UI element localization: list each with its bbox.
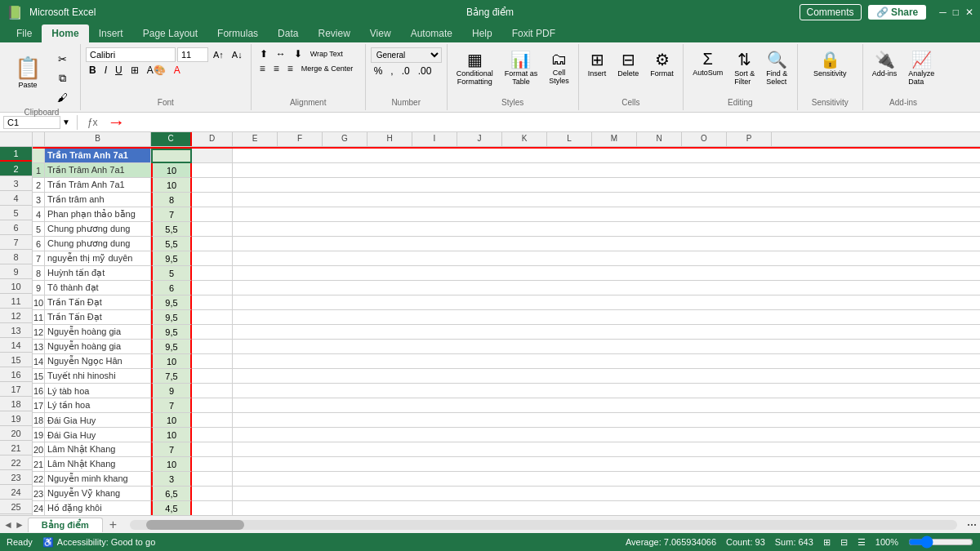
- cell-c-21[interactable]: 10: [151, 413, 192, 428]
- cell-b-17[interactable]: Nguyễn Ngọc Hân: [45, 354, 151, 369]
- col-header-k[interactable]: K: [502, 132, 547, 146]
- cell-b-12[interactable]: Tô thành đạt: [45, 281, 151, 295]
- cell-d-13[interactable]: [192, 295, 233, 310]
- cell-a-16[interactable]: 13: [33, 340, 45, 354]
- tab-automate[interactable]: Automate: [401, 24, 462, 42]
- cell-a-26[interactable]: 23: [33, 487, 45, 501]
- cell-c-12[interactable]: 6: [151, 281, 192, 295]
- row-header-19[interactable]: 19: [0, 411, 32, 426]
- row-header-7[interactable]: 7: [0, 235, 32, 250]
- page-break-view-icon[interactable]: ☰: [858, 537, 866, 548]
- cell-c-16[interactable]: 9,5: [151, 340, 192, 354]
- cell-c-14[interactable]: 9,5: [151, 310, 192, 325]
- decrease-decimal-button[interactable]: .00: [415, 64, 435, 78]
- cell-a-24[interactable]: 21: [33, 457, 45, 472]
- share-button[interactable]: 🔗 Share: [868, 5, 927, 20]
- cell-a-5[interactable]: 2: [33, 178, 45, 193]
- cell-d-9[interactable]: [192, 237, 233, 251]
- align-top-button[interactable]: ⬆: [256, 47, 271, 60]
- tab-formulas[interactable]: Formulas: [207, 24, 268, 42]
- delete-button[interactable]: ⊟ Delete: [613, 47, 643, 80]
- row-header-21[interactable]: 21: [0, 441, 32, 455]
- cell-d-7[interactable]: [192, 207, 233, 222]
- cell-c-9[interactable]: 5,5: [151, 237, 192, 251]
- cell-a-18[interactable]: 15: [33, 369, 45, 384]
- cell-a-25[interactable]: 22: [33, 472, 45, 487]
- bold-button[interactable]: B: [86, 64, 100, 77]
- number-format-select[interactable]: General Number Currency: [371, 47, 442, 63]
- cell-d-27[interactable]: [192, 501, 233, 515]
- row-header-8[interactable]: 8: [0, 250, 32, 264]
- sheet-options-icon[interactable]: ⋯: [964, 519, 980, 531]
- scrollbar-thumb[interactable]: [146, 520, 244, 530]
- row-header-25[interactable]: 25: [0, 500, 32, 514]
- paste-button[interactable]: 📋 Paste: [8, 47, 47, 96]
- cell-d-14[interactable]: [192, 310, 233, 325]
- col-header-o[interactable]: O: [682, 132, 727, 146]
- comma-button[interactable]: ,: [387, 64, 396, 78]
- cell-d-19[interactable]: [192, 384, 233, 398]
- cell-d-17[interactable]: [192, 354, 233, 369]
- row-header-16[interactable]: 16: [0, 367, 32, 382]
- formula-input[interactable]: [132, 117, 977, 128]
- cell-d-10[interactable]: [192, 251, 233, 266]
- col-header-p[interactable]: P: [727, 132, 772, 146]
- row-header-3[interactable]: 3: [0, 176, 32, 191]
- row-header-9[interactable]: 9: [0, 264, 32, 279]
- cell-b-27[interactable]: Hồ đặng khôi: [45, 501, 151, 515]
- cell-d-18[interactable]: [192, 369, 233, 384]
- cell-d-22[interactable]: [192, 428, 233, 442]
- cell-b-10[interactable]: nguyễn thị mỹ duyên: [45, 251, 151, 266]
- cell-c-10[interactable]: 9,5: [151, 251, 192, 266]
- cell-d-25[interactable]: [192, 472, 233, 487]
- align-right-button[interactable]: ≡: [284, 62, 296, 75]
- sensitivity-button[interactable]: 🔒 Sensitivity: [809, 47, 851, 80]
- tab-foxit[interactable]: Foxit PDF: [502, 24, 565, 42]
- cell-d1[interactable]: [192, 149, 233, 163]
- font-color-button[interactable]: A: [171, 64, 184, 77]
- cell-b-6[interactable]: Trần trâm anh: [45, 193, 151, 207]
- cell-b-23[interactable]: Lâm Nhật Khang: [45, 442, 151, 457]
- comments-button[interactable]: Comments: [800, 4, 862, 20]
- cell-a2[interactable]: 1: [33, 163, 45, 178]
- cell-c-25[interactable]: 3: [151, 472, 192, 487]
- cell-b-8[interactable]: Chung phương dung: [45, 222, 151, 237]
- row-header-22[interactable]: 22: [0, 455, 32, 470]
- cell-b-15[interactable]: Nguyễn hoàng gia: [45, 325, 151, 340]
- col-header-a[interactable]: [33, 132, 45, 146]
- minimize-icon[interactable]: ─: [939, 7, 947, 18]
- cell-a-14[interactable]: 11: [33, 310, 45, 325]
- cell-b-19[interactable]: Lý tàb hoa: [45, 384, 151, 398]
- font-size-input[interactable]: [177, 47, 208, 62]
- addins-button[interactable]: 🔌 Add-ins: [868, 47, 902, 80]
- cell-d-15[interactable]: [192, 325, 233, 340]
- cell-b-25[interactable]: Nguyễn minh khang: [45, 472, 151, 487]
- cell-d-24[interactable]: [192, 457, 233, 472]
- cell-d-11[interactable]: [192, 266, 233, 281]
- cell-b-14[interactable]: Trần Tấn Đạt: [45, 310, 151, 325]
- cell-reference-box[interactable]: [3, 116, 60, 129]
- cell-b-18[interactable]: Tuyết nhi hinoshi: [45, 369, 151, 384]
- row-header-23[interactable]: 23: [0, 470, 32, 485]
- row-header-13[interactable]: 13: [0, 323, 32, 338]
- tab-page-layout[interactable]: Page Layout: [133, 24, 207, 42]
- row-header-10[interactable]: 10: [0, 279, 32, 294]
- conditional-formatting-button[interactable]: ▦ ConditionalFormatting: [452, 47, 497, 88]
- cell-styles-button[interactable]: 🗂 CellStyles: [545, 47, 573, 87]
- cell-d-5[interactable]: [192, 178, 233, 193]
- cell-a1[interactable]: [33, 149, 45, 163]
- cell-b2[interactable]: Trần Trâm Anh 7a1: [45, 163, 151, 178]
- cut-button[interactable]: ✂: [49, 51, 75, 68]
- cell-a-6[interactable]: 3: [33, 193, 45, 207]
- increase-decimal-button[interactable]: .0: [399, 64, 413, 78]
- cell-b-21[interactable]: Đái Gia Huy: [45, 413, 151, 428]
- align-middle-button[interactable]: ↔: [273, 47, 289, 60]
- cell-a-22[interactable]: 19: [33, 428, 45, 442]
- autosum-button[interactable]: Σ AutoSum: [688, 47, 727, 79]
- row-header-1[interactable]: 1: [0, 147, 32, 162]
- col-header-e[interactable]: E: [233, 132, 278, 146]
- tab-home[interactable]: Home: [42, 24, 88, 42]
- add-sheet-button[interactable]: +: [103, 518, 123, 532]
- col-header-c[interactable]: C: [151, 132, 192, 146]
- col-header-l[interactable]: L: [547, 132, 592, 146]
